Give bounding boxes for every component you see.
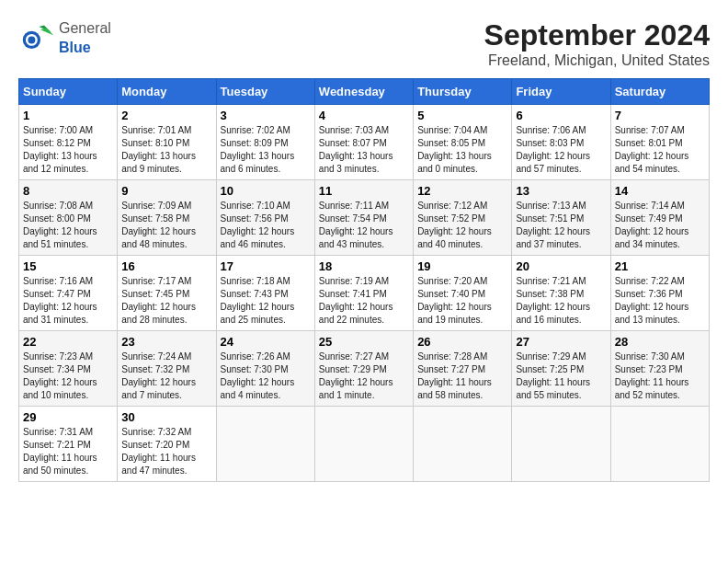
calendar-cell: 19Sunrise: 7:20 AM Sunset: 7:40 PM Dayli… [414, 256, 512, 331]
calendar-cell: 11Sunrise: 7:11 AM Sunset: 7:54 PM Dayli… [314, 180, 413, 256]
day-info: Sunrise: 7:08 AM Sunset: 8:00 PM Dayligh… [23, 200, 113, 251]
day-info: Sunrise: 7:07 AM Sunset: 8:01 PM Dayligh… [615, 124, 705, 176]
logo-general-text: General [59, 20, 111, 36]
day-info: Sunrise: 7:24 AM Sunset: 7:32 PM Dayligh… [121, 350, 211, 402]
calendar-cell: 8Sunrise: 7:08 AM Sunset: 8:00 PM Daylig… [19, 180, 118, 256]
weekday-sunday: Sunday [19, 79, 118, 105]
day-info: Sunrise: 7:04 AM Sunset: 8:05 PM Dayligh… [417, 124, 507, 176]
calendar-cell: 7Sunrise: 7:07 AM Sunset: 8:01 PM Daylig… [610, 105, 709, 180]
calendar-cell [414, 407, 512, 482]
day-number: 13 [516, 184, 606, 198]
calendar-cell: 5Sunrise: 7:04 AM Sunset: 8:05 PM Daylig… [414, 105, 512, 180]
day-number: 16 [121, 259, 211, 273]
calendar-cell: 29Sunrise: 7:31 AM Sunset: 7:21 PM Dayli… [19, 407, 118, 482]
calendar-cell: 3Sunrise: 7:02 AM Sunset: 8:09 PM Daylig… [216, 105, 314, 180]
calendar-cell: 30Sunrise: 7:32 AM Sunset: 7:20 PM Dayli… [118, 407, 216, 482]
calendar-body: 1Sunrise: 7:00 AM Sunset: 8:12 PM Daylig… [19, 105, 710, 482]
day-info: Sunrise: 7:02 AM Sunset: 8:09 PM Dayligh… [221, 124, 311, 176]
calendar-cell: 21Sunrise: 7:22 AM Sunset: 7:36 PM Dayli… [610, 256, 709, 331]
day-info: Sunrise: 7:14 AM Sunset: 7:49 PM Dayligh… [615, 200, 705, 251]
day-info: Sunrise: 7:26 AM Sunset: 7:30 PM Dayligh… [221, 350, 311, 402]
calendar-cell: 12Sunrise: 7:12 AM Sunset: 7:52 PM Dayli… [414, 180, 512, 256]
weekday-friday: Friday [512, 79, 610, 105]
day-info: Sunrise: 7:11 AM Sunset: 7:54 PM Dayligh… [319, 200, 409, 251]
calendar-cell: 22Sunrise: 7:23 AM Sunset: 7:34 PM Dayli… [19, 331, 118, 407]
calendar-cell: 25Sunrise: 7:27 AM Sunset: 7:29 PM Dayli… [314, 331, 413, 407]
day-number: 4 [319, 109, 409, 122]
day-number: 15 [23, 259, 113, 273]
calendar-cell: 4Sunrise: 7:03 AM Sunset: 8:07 PM Daylig… [314, 105, 413, 180]
calendar-cell: 23Sunrise: 7:24 AM Sunset: 7:32 PM Dayli… [118, 331, 216, 407]
calendar-cell: 28Sunrise: 7:30 AM Sunset: 7:23 PM Dayli… [610, 331, 709, 407]
calendar-cell: 10Sunrise: 7:10 AM Sunset: 7:56 PM Dayli… [216, 180, 314, 256]
calendar-subtitle: Freeland, Michigan, United States [484, 52, 710, 69]
day-number: 24 [221, 335, 311, 349]
day-info: Sunrise: 7:10 AM Sunset: 7:56 PM Dayligh… [221, 200, 311, 251]
calendar-cell: 16Sunrise: 7:17 AM Sunset: 7:45 PM Dayli… [118, 256, 216, 331]
day-info: Sunrise: 7:23 AM Sunset: 7:34 PM Dayligh… [23, 350, 113, 402]
day-number: 3 [221, 109, 311, 122]
day-number: 22 [23, 335, 113, 349]
calendar-title: September 2024 [484, 18, 710, 52]
day-number: 21 [615, 259, 705, 273]
day-info: Sunrise: 7:13 AM Sunset: 7:51 PM Dayligh… [516, 200, 606, 251]
weekday-thursday: Thursday [414, 79, 512, 105]
calendar-cell: 20Sunrise: 7:21 AM Sunset: 7:38 PM Dayli… [512, 256, 610, 331]
calendar-cell: 13Sunrise: 7:13 AM Sunset: 7:51 PM Dayli… [512, 180, 610, 256]
week-row-4: 22Sunrise: 7:23 AM Sunset: 7:34 PM Dayli… [19, 331, 710, 407]
day-info: Sunrise: 7:28 AM Sunset: 7:27 PM Dayligh… [417, 350, 507, 402]
calendar-cell [314, 407, 413, 482]
day-info: Sunrise: 7:17 AM Sunset: 7:45 PM Dayligh… [121, 275, 211, 327]
day-number: 8 [23, 184, 113, 198]
calendar-cell: 26Sunrise: 7:28 AM Sunset: 7:27 PM Dayli… [414, 331, 512, 407]
calendar-cell [512, 407, 610, 482]
day-number: 12 [417, 184, 507, 198]
day-info: Sunrise: 7:31 AM Sunset: 7:21 PM Dayligh… [23, 426, 113, 477]
calendar-table: SundayMondayTuesdayWednesdayThursdayFrid… [18, 78, 710, 482]
svg-marker-4 [40, 29, 53, 36]
day-number: 7 [615, 109, 705, 122]
day-info: Sunrise: 7:19 AM Sunset: 7:41 PM Dayligh… [319, 275, 409, 327]
day-info: Sunrise: 7:30 AM Sunset: 7:23 PM Dayligh… [615, 350, 705, 402]
weekday-monday: Monday [118, 79, 216, 105]
title-block: September 2024 Freeland, Michigan, Unite… [484, 18, 710, 69]
day-info: Sunrise: 7:03 AM Sunset: 8:07 PM Dayligh… [319, 124, 409, 176]
calendar-cell: 27Sunrise: 7:29 AM Sunset: 7:25 PM Dayli… [512, 331, 610, 407]
day-info: Sunrise: 7:22 AM Sunset: 7:36 PM Dayligh… [615, 275, 705, 327]
day-info: Sunrise: 7:21 AM Sunset: 7:38 PM Dayligh… [516, 275, 606, 327]
calendar-cell: 14Sunrise: 7:14 AM Sunset: 7:49 PM Dayli… [610, 180, 709, 256]
day-number: 28 [615, 335, 705, 349]
day-info: Sunrise: 7:18 AM Sunset: 7:43 PM Dayligh… [221, 275, 311, 327]
day-number: 1 [23, 109, 113, 122]
day-number: 14 [615, 184, 705, 198]
day-info: Sunrise: 7:16 AM Sunset: 7:47 PM Dayligh… [23, 275, 113, 327]
weekday-saturday: Saturday [610, 79, 709, 105]
calendar-cell: 15Sunrise: 7:16 AM Sunset: 7:47 PM Dayli… [19, 256, 118, 331]
calendar-cell: 9Sunrise: 7:09 AM Sunset: 7:58 PM Daylig… [118, 180, 216, 256]
day-info: Sunrise: 7:32 AM Sunset: 7:20 PM Dayligh… [121, 426, 211, 477]
day-number: 30 [121, 410, 211, 424]
page-header: General Blue September 2024 Freeland, Mi… [18, 18, 710, 69]
day-number: 23 [121, 335, 211, 349]
day-number: 29 [23, 410, 113, 424]
calendar-cell: 24Sunrise: 7:26 AM Sunset: 7:30 PM Dayli… [216, 331, 314, 407]
day-info: Sunrise: 7:06 AM Sunset: 8:03 PM Dayligh… [516, 124, 606, 176]
day-info: Sunrise: 7:00 AM Sunset: 8:12 PM Dayligh… [23, 124, 113, 176]
calendar-cell [216, 407, 314, 482]
weekday-header-row: SundayMondayTuesdayWednesdayThursdayFrid… [19, 79, 710, 105]
week-row-1: 1Sunrise: 7:00 AM Sunset: 8:12 PM Daylig… [19, 105, 710, 180]
weekday-wednesday: Wednesday [314, 79, 413, 105]
day-info: Sunrise: 7:27 AM Sunset: 7:29 PM Dayligh… [319, 350, 409, 402]
day-number: 27 [516, 335, 606, 349]
day-number: 26 [417, 335, 507, 349]
day-number: 2 [121, 109, 211, 122]
week-row-2: 8Sunrise: 7:08 AM Sunset: 8:00 PM Daylig… [19, 180, 710, 256]
day-info: Sunrise: 7:01 AM Sunset: 8:10 PM Dayligh… [121, 124, 211, 176]
day-number: 20 [516, 259, 606, 273]
week-row-3: 15Sunrise: 7:16 AM Sunset: 7:47 PM Dayli… [19, 256, 710, 331]
calendar-cell: 1Sunrise: 7:00 AM Sunset: 8:12 PM Daylig… [19, 105, 118, 180]
logo-blue-text: Blue [59, 40, 91, 55]
day-number: 5 [417, 109, 507, 122]
day-number: 18 [319, 259, 409, 273]
weekday-tuesday: Tuesday [216, 79, 314, 105]
